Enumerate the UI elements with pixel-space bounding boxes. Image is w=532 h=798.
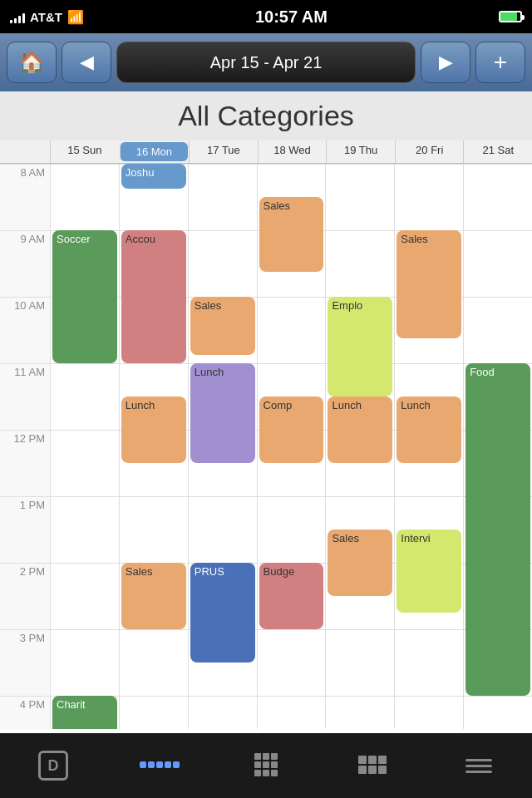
event-e12[interactable]: Food: [466, 363, 530, 696]
next-button[interactable]: ▶: [421, 42, 470, 83]
date-range-label: Apr 15 - Apr 21: [116, 42, 416, 83]
day-view-button[interactable]: D: [28, 751, 78, 781]
time-label: 10:57 AM: [255, 7, 328, 27]
event-e15[interactable]: PRUS: [190, 563, 255, 663]
event-e18[interactable]: Charit: [52, 696, 117, 729]
time-1pm: 1 PM: [0, 496, 50, 563]
event-e3[interactable]: Sales: [259, 197, 324, 272]
event-e7[interactable]: Lunch: [190, 363, 255, 463]
time-4pm: 4 PM: [0, 696, 50, 729]
time-3pm: 3 PM: [0, 629, 50, 696]
lines-icon: [466, 759, 492, 773]
day-header-mon: 16 Mon: [120, 142, 189, 161]
event-e19[interactable]: Joshu: [121, 164, 186, 189]
day-col-fri: SalesLunchIntervi: [394, 164, 463, 729]
page-title: All Categories: [0, 91, 532, 140]
wifi-icon: 📶: [67, 9, 84, 25]
battery-icon: [499, 11, 522, 22]
day-col-tue: SalesLunchPRUS: [188, 164, 257, 729]
multi-view-button[interactable]: [347, 756, 397, 776]
event-e5[interactable]: Emplo: [328, 297, 392, 397]
day-header-wed: 18 Wed: [258, 140, 327, 163]
home-button[interactable]: 🏠: [7, 42, 57, 83]
event-e6[interactable]: Sales: [397, 230, 461, 338]
time-grid: 8 AM 9 AM 10 AM 11 AM 12 PM 1 PM 2 PM 3 …: [0, 164, 532, 729]
event-e14[interactable]: Intervi: [397, 530, 461, 613]
status-bar: AT&T 📶 10:57 AM: [0, 0, 532, 33]
time-12pm: 12 PM: [0, 430, 50, 496]
status-left: AT&T 📶: [10, 9, 84, 25]
grid3-icon: [254, 753, 278, 776]
day-col-sun: SoccerCharit: [50, 164, 119, 729]
event-e16[interactable]: Sales: [121, 563, 186, 629]
event-e2[interactable]: Accou: [121, 230, 186, 363]
month-view-button[interactable]: [241, 753, 291, 778]
day-headers: 15 Sun 16 Mon 17 Tue 18 Wed 19 Thu 20 Fr…: [0, 140, 532, 164]
day-col-thu: EmploLunchSales: [325, 164, 394, 729]
grid2-icon: [358, 756, 387, 774]
bottom-toolbar: D: [0, 733, 532, 798]
time-9am: 9 AM: [0, 230, 50, 297]
day-header-tue: 17 Tue: [189, 140, 258, 163]
dots-icon: [140, 761, 180, 768]
day-header-fri: 20 Fri: [395, 140, 464, 163]
prev-button[interactable]: ◀: [62, 42, 111, 83]
days-grid: SoccerCharit AccouLunchSalesJoshu SalesL…: [50, 164, 532, 729]
event-e4[interactable]: Sales: [190, 297, 255, 355]
time-11am: 11 AM: [0, 363, 50, 430]
time-10am: 10 AM: [0, 297, 50, 363]
event-e11[interactable]: Lunch: [397, 397, 461, 463]
day-header-sat: 21 Sat: [463, 140, 532, 163]
carrier-label: AT&T: [30, 10, 62, 24]
add-button[interactable]: +: [475, 42, 525, 83]
day-header-thu: 19 Thu: [326, 140, 395, 163]
status-right: [499, 11, 522, 22]
day-col-wed: SalesCompBudge: [257, 164, 326, 729]
week-view-button[interactable]: [135, 761, 185, 770]
event-e10[interactable]: Lunch: [328, 397, 392, 463]
event-e8[interactable]: Lunch: [121, 397, 186, 463]
time-2pm: 2 PM: [0, 563, 50, 629]
calendar: 15 Sun 16 Mon 17 Tue 18 Wed 19 Thu 20 Fr…: [0, 140, 532, 741]
gutter-header: [0, 140, 50, 163]
nav-toolbar: 🏠 ◀ Apr 15 - Apr 21 ▶ +: [0, 33, 532, 91]
signal-icon: [10, 10, 25, 23]
time-gutter: 8 AM 9 AM 10 AM 11 AM 12 PM 1 PM 2 PM 3 …: [0, 164, 50, 729]
event-e9[interactable]: Comp: [259, 397, 324, 463]
event-e1[interactable]: Soccer: [52, 230, 117, 363]
day-col-sat: Food: [463, 164, 532, 729]
day-col-mon: AccouLunchSalesJoshu: [119, 164, 188, 729]
event-e13[interactable]: Sales: [328, 530, 392, 596]
list-view-button[interactable]: [454, 759, 504, 773]
event-e17[interactable]: Budge: [259, 563, 324, 629]
time-8am: 8 AM: [0, 164, 50, 230]
day-header-sun: 15 Sun: [50, 140, 119, 163]
